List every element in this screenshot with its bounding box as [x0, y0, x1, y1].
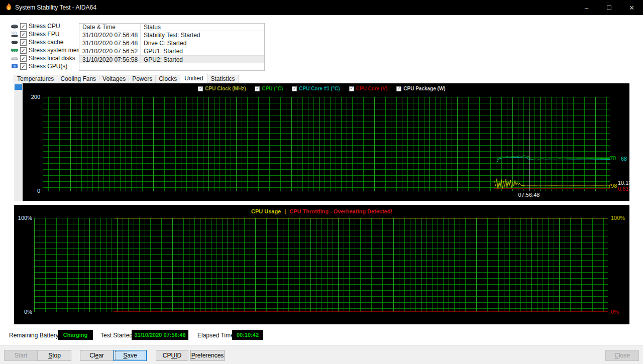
minimize-icon: – [585, 4, 588, 12]
stress-gpu-row: ✓ Stress GPU(s) [10, 62, 67, 70]
chart-scrollbar[interactable] [14, 83, 23, 201]
stress-cpu-checkbox[interactable]: ✓ [20, 23, 27, 30]
test-started-value-box: 31/10/2020 07:56:48 [132, 330, 188, 340]
log-row[interactable]: 31/10/2020 07:56:48 Stability Test: Star… [79, 31, 264, 39]
cpu-core1-temp-value: 68 [621, 156, 627, 162]
legend-checkbox-icon[interactable]: ✓ [396, 86, 401, 91]
stress-disks-row: ✓ Stress local disks [10, 54, 75, 62]
cpuid-button[interactable]: CPUID [156, 350, 188, 361]
tab-voltages[interactable]: Voltages [99, 75, 129, 83]
cpu-icon [10, 23, 19, 30]
clear-button[interactable]: Clear [80, 350, 114, 361]
cpu-usage-chart: CPU Usage | CPU Throttling - Overheating… [14, 205, 629, 324]
log-row-selected[interactable]: 31/10/2020 07:56:58 GPU2: Started [79, 55, 264, 63]
top-chart-series [43, 97, 610, 191]
legend-checkbox-icon[interactable]: ✓ [349, 86, 354, 91]
stability-test-window: System Stability Test - AIDA64 – ✕ ✓ Str… [0, 0, 643, 364]
title-separator: | [284, 208, 286, 214]
window-title: System Stability Test - AIDA64 [15, 4, 96, 11]
log-col-status[interactable]: Status [141, 24, 264, 31]
tab-clocks[interactable]: Clocks [155, 75, 180, 83]
throttling-warning: CPU Throttling - Overheating Detected! [289, 208, 392, 214]
stop-button[interactable]: Stop [38, 350, 71, 361]
stress-fpu-checkbox[interactable]: ✓ [20, 31, 27, 38]
stress-gpu-label: Stress GPU(s) [29, 63, 67, 70]
stress-cache-checkbox[interactable]: ✓ [20, 39, 27, 46]
preferences-button[interactable]: Preferences [190, 350, 225, 361]
legend-cpu-temp[interactable]: ✓ CPU (°C) [255, 86, 283, 91]
tab-powers[interactable]: Powers [129, 75, 156, 83]
cpu-usage-title: CPU Usage [251, 208, 281, 214]
stress-disks-label: Stress local disks [29, 55, 75, 62]
maximize-button[interactable] [598, 0, 620, 15]
cpu-clock-value: 798 [608, 183, 617, 189]
log-col-datetime[interactable]: Date & Time [79, 24, 141, 31]
flame-app-icon [5, 3, 13, 14]
legend-cpu-core1-temp[interactable]: ✓ CPU Core #1 (°C) [292, 86, 340, 91]
minimize-button[interactable]: – [575, 0, 598, 15]
maximize-icon [607, 6, 611, 10]
cpu-temp-value: 70 [610, 155, 616, 161]
unified-top-chart: ✓ CPU Clock (MHz) ✓ CPU (°C) ✓ CPU Core … [14, 83, 629, 201]
legend-checkbox-icon[interactable]: ✓ [292, 86, 297, 91]
memory-icon [10, 47, 19, 54]
close-icon: ✕ [629, 4, 634, 12]
gpu-icon [10, 63, 19, 70]
close-button[interactable]: Close [605, 350, 639, 361]
battery-value-box: Charging [58, 330, 93, 340]
tab-unified[interactable]: Unified [180, 74, 207, 83]
elapsed-time-value-box: 00:10:42 [232, 330, 263, 340]
cpu-package-value: 10.13 [618, 180, 629, 186]
legend-cpu-clock[interactable]: ✓ CPU Clock (MHz) [198, 86, 246, 91]
disk-icon [10, 55, 19, 62]
title-bar: System Stability Test - AIDA64 – ✕ [0, 0, 643, 15]
y-axis-min-label: 0 [29, 188, 40, 194]
bottom-chart-title: CPU Usage | CPU Throttling - Overheating… [14, 208, 629, 214]
svg-text:123: 123 [11, 31, 17, 35]
legend-cpu-package[interactable]: ✓ CPU Package (W) [396, 86, 445, 91]
fpu-icon: 123 [10, 31, 19, 38]
elapsed-time-label: Elapsed Time: [197, 332, 236, 339]
event-log-table: Date & Time Status 31/10/2020 07:56:48 S… [79, 23, 265, 71]
chart-tabbar: Temperatures Cooling Fans Voltages Power… [14, 74, 238, 83]
stress-cpu-row: ✓ Stress CPU [10, 22, 60, 30]
log-row[interactable]: 31/10/2020 07:56:52 GPU1: Started [79, 47, 264, 55]
top-chart-legend: ✓ CPU Clock (MHz) ✓ CPU (°C) ✓ CPU Core … [14, 86, 629, 91]
button-bar: Start Stop Clear Save CPUID Preferences … [0, 345, 643, 364]
time-marker-line [529, 97, 529, 191]
bottom-chart-series [34, 218, 608, 312]
usage-left-min-label: 0% [14, 309, 32, 315]
stress-memory-checkbox[interactable]: ✓ [20, 47, 27, 54]
battery-label: Remaining Battery: [9, 332, 60, 339]
save-button[interactable]: Save [114, 350, 147, 361]
tab-temperatures[interactable]: Temperatures [14, 75, 57, 83]
tab-cooling-fans[interactable]: Cooling Fans [57, 75, 99, 83]
close-window-button[interactable]: ✕ [620, 0, 643, 15]
stress-disks-checkbox[interactable]: ✓ [20, 55, 27, 62]
usage-right-max-label: 100% [611, 215, 625, 221]
cpu-core-voltage-value: 0.618 [618, 186, 629, 192]
cache-icon [10, 39, 19, 46]
legend-checkbox-icon[interactable]: ✓ [198, 86, 203, 91]
start-button[interactable]: Start [4, 350, 38, 361]
stress-fpu-label: Stress FPU [29, 31, 59, 38]
stress-cache-row: ✓ Stress cache [10, 38, 63, 46]
time-axis-label: 07:56:48 [509, 192, 549, 198]
stress-memory-row: ✓ Stress system memory [10, 46, 90, 54]
test-started-label: Test Started: [100, 332, 134, 339]
log-row[interactable]: 31/10/2020 07:56:48 Drive C: Started [79, 39, 264, 47]
y-axis-max-label: 200 [29, 94, 40, 100]
tab-statistics[interactable]: Statistics [207, 75, 239, 83]
log-header-row: Date & Time Status [79, 24, 264, 31]
legend-cpu-core-voltage[interactable]: ✓ CPU Core (V) [349, 86, 388, 91]
usage-left-max-label: 100% [14, 215, 32, 221]
stress-cache-label: Stress cache [29, 39, 63, 46]
stress-gpu-checkbox[interactable]: ✓ [20, 63, 27, 70]
throttle-right-min-label: 0% [611, 309, 619, 315]
legend-checkbox-icon[interactable]: ✓ [255, 86, 260, 91]
stress-cpu-label: Stress CPU [29, 23, 60, 30]
stress-fpu-row: 123 ✓ Stress FPU [10, 30, 59, 38]
